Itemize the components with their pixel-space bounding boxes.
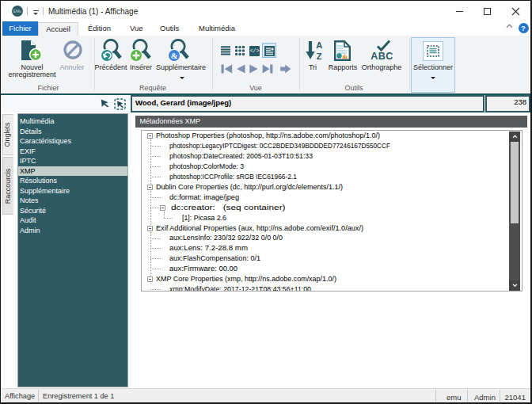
svg-text:&: &	[171, 51, 178, 60]
svg-text:ABC: ABC	[370, 51, 393, 61]
svg-text:A: A	[316, 40, 322, 50]
svg-text:Z: Z	[317, 51, 322, 61]
